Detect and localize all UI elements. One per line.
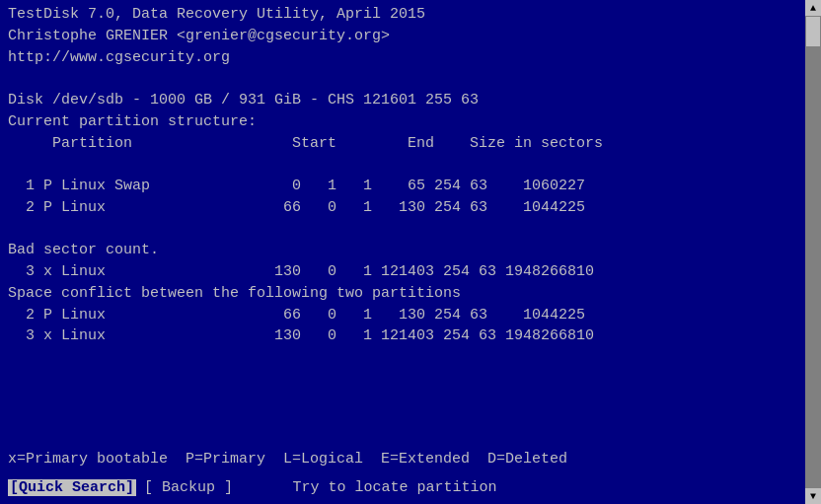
- blank4: [8, 347, 813, 369]
- partition-header: Partition Start End Size in sectors: [8, 133, 813, 155]
- disk-info: Disk /dev/sdb - 1000 GB / 931 GiB - CHS …: [8, 90, 813, 111]
- scrollbar-up-arrow[interactable]: ▲: [805, 0, 821, 16]
- space-conflict-label: Space conflict between the following two…: [8, 283, 813, 305]
- legend-text: x=Primary bootable P=Primary L=Logical E…: [8, 449, 797, 470]
- scrollbar[interactable]: ▲ ▼: [805, 0, 821, 504]
- locate-partition-text: Try to locate partition: [292, 479, 496, 496]
- blank3: [8, 219, 813, 241]
- partition-row-2: 2 P Linux 66 0 1 130 254 63 1044225: [8, 197, 813, 219]
- legend-bar: x=Primary bootable P=Primary L=Logical E…: [0, 447, 805, 472]
- action-bar: [Quick Search] [ Backup ] Try to locate …: [0, 479, 805, 496]
- title-line2: Christophe GRENIER <grenier@cgsecurity.o…: [8, 26, 813, 47]
- conflict-row-2: 3 x Linux 130 0 1 121403 254 63 19482668…: [8, 325, 813, 347]
- blank1: [8, 68, 813, 90]
- bad-sector-label: Bad sector count.: [8, 240, 813, 261]
- blank5: [8, 369, 813, 391]
- title-line1: TestDisk 7.0, Data Recovery Utility, Apr…: [8, 4, 813, 26]
- title-line3: http://www.cgsecurity.org: [8, 47, 813, 69]
- partition-structure-label: Current partition structure:: [8, 111, 813, 133]
- partition-row-3: 3 x Linux 130 0 1 121403 254 63 19482668…: [8, 261, 813, 283]
- blank7: [8, 411, 813, 433]
- terminal-window: TestDisk 7.0, Data Recovery Utility, Apr…: [0, 0, 821, 504]
- partition-row-1: 1 P Linux Swap 0 1 1 65 254 63 1060227: [8, 176, 813, 197]
- conflict-row-1: 2 P Linux 66 0 1 130 254 63 1044225: [8, 305, 813, 326]
- scrollbar-down-arrow[interactable]: ▼: [805, 488, 821, 504]
- blank6: [8, 391, 813, 412]
- scrollbar-track[interactable]: [805, 16, 821, 488]
- scrollbar-thumb[interactable]: [806, 17, 820, 46]
- blank2: [8, 154, 813, 176]
